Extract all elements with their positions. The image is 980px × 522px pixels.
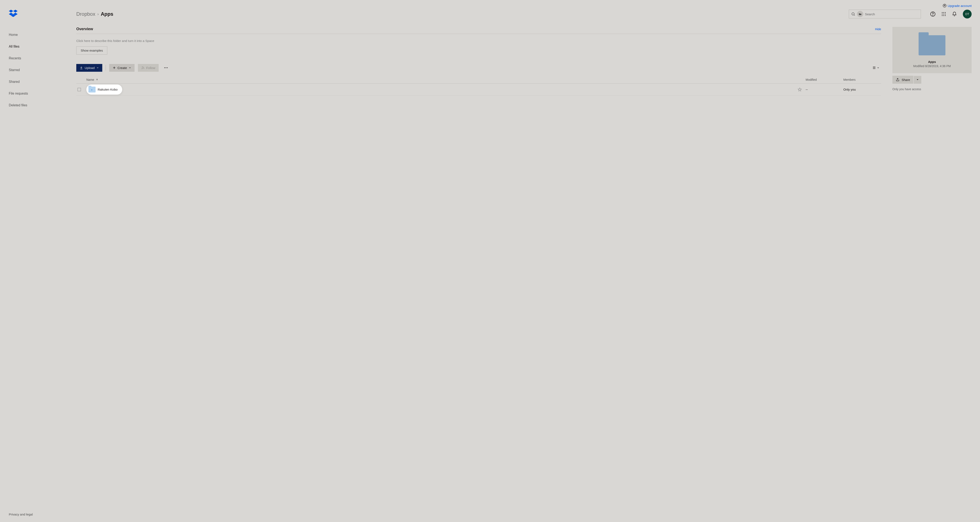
search-bar[interactable]: [849, 10, 921, 18]
follow-label: Follow: [146, 66, 155, 70]
file-table: Name Modified Members ✦: [76, 76, 881, 96]
svg-point-17: [945, 15, 946, 16]
help-button[interactable]: [930, 11, 935, 17]
upgrade-icon: [943, 4, 947, 8]
sidebar-item-home[interactable]: Home: [9, 33, 65, 37]
sort-asc-icon: [96, 78, 98, 81]
svg-point-9: [942, 12, 943, 13]
rss-icon: [141, 66, 145, 69]
overview-hide-link[interactable]: Hide: [875, 27, 881, 31]
view-options-button[interactable]: [870, 64, 881, 71]
share-button[interactable]: Share: [892, 76, 913, 84]
sidebar-item-recents[interactable]: Recents: [9, 56, 65, 60]
sidebar: Home All files Recents Starred Shared Fi…: [0, 0, 65, 522]
search-scope-toggle[interactable]: [857, 11, 863, 17]
share-icon: [896, 78, 899, 81]
upload-button[interactable]: Upload: [76, 64, 102, 72]
avatar[interactable]: DT: [963, 10, 972, 18]
overview-title: Overview: [76, 27, 93, 31]
svg-marker-1: [13, 10, 18, 12]
svg-point-6: [852, 13, 854, 15]
sidebar-item-file-requests[interactable]: File requests: [9, 92, 65, 96]
row-modified: --: [806, 88, 843, 91]
svg-point-15: [942, 15, 943, 16]
folder-preview-card: Apps Modified 8/28/2019, 4:36 PM: [892, 27, 972, 73]
row-name-label: Rakuten Kobo: [98, 88, 118, 91]
column-name-label: Name: [86, 78, 94, 81]
upgrade-label: Upgrade account: [948, 4, 972, 8]
chevron-down-icon: [877, 67, 880, 69]
upload-icon: [80, 66, 83, 69]
column-name[interactable]: Name: [86, 78, 806, 81]
follow-button[interactable]: Follow: [138, 64, 159, 72]
upload-label: Upload: [85, 66, 95, 70]
svg-point-21: [167, 67, 168, 68]
privacy-legal-link[interactable]: Privacy and legal: [9, 512, 65, 522]
puzzle-icon: ✦: [91, 88, 93, 91]
sidebar-item-starred[interactable]: Starred: [9, 68, 65, 72]
svg-point-18: [142, 69, 142, 69]
svg-point-12: [942, 14, 943, 14]
create-button[interactable]: Create: [109, 64, 135, 72]
svg-point-8: [932, 15, 933, 16]
access-text: Only you have access: [892, 88, 972, 91]
svg-point-20: [165, 67, 166, 68]
svg-point-16: [943, 15, 944, 16]
share-label: Share: [902, 78, 910, 81]
preview-title: Apps: [928, 60, 936, 64]
main-content: Upgrade account Dropbox › Apps: [65, 0, 980, 522]
svg-marker-0: [9, 10, 13, 12]
folder-icon: ✦: [88, 86, 95, 93]
svg-point-13: [943, 14, 944, 14]
help-icon: [930, 11, 935, 17]
row-members: Only you: [843, 88, 881, 91]
breadcrumb-current: Apps: [101, 11, 113, 17]
dropbox-logo[interactable]: [9, 9, 65, 18]
search-icon: [851, 12, 855, 16]
svg-point-14: [945, 14, 946, 14]
details-panel: Apps Modified 8/28/2019, 4:36 PM Share O…: [892, 27, 972, 96]
caret-down-icon: [916, 78, 919, 81]
plus-icon: [113, 66, 116, 69]
breadcrumb-root[interactable]: Dropbox: [76, 11, 95, 17]
svg-point-10: [943, 12, 944, 13]
more-actions-button[interactable]: [162, 64, 170, 72]
share-options-button[interactable]: [914, 76, 921, 84]
ellipsis-icon: [164, 65, 168, 70]
show-examples-button[interactable]: Show examples: [76, 46, 107, 54]
star-button[interactable]: [122, 88, 806, 92]
column-members[interactable]: Members: [843, 78, 881, 81]
sidebar-item-shared[interactable]: Shared: [9, 80, 65, 84]
chevron-down-icon: [129, 67, 131, 69]
apps-grid-icon: [942, 12, 946, 16]
list-view-icon: [872, 66, 876, 70]
preview-modified: Modified 8/28/2019, 4:36 PM: [913, 64, 951, 68]
chevron-down-icon: [96, 67, 99, 69]
column-modified[interactable]: Modified: [806, 78, 843, 81]
folder-preview-icon: [919, 35, 945, 55]
upgrade-account-link[interactable]: Upgrade account: [943, 4, 972, 8]
svg-point-19: [164, 67, 165, 68]
sidebar-item-deleted-files[interactable]: Deleted files: [9, 104, 65, 107]
apps-grid-button[interactable]: [942, 12, 946, 16]
chevron-right-icon: ›: [97, 12, 99, 16]
folder-icon: [859, 13, 862, 15]
bell-icon: [952, 11, 957, 17]
svg-point-11: [945, 12, 946, 13]
create-label: Create: [118, 66, 127, 70]
overview-description[interactable]: Click here to describe this folder and t…: [76, 39, 881, 43]
row-name-cell[interactable]: ✦ Rakuten Kobo: [86, 85, 122, 94]
sidebar-item-all-files[interactable]: All files: [9, 45, 65, 48]
breadcrumb: Dropbox › Apps: [76, 11, 845, 17]
table-row[interactable]: ✦ Rakuten Kobo -- Only you: [76, 84, 881, 96]
row-checkbox[interactable]: [78, 88, 81, 91]
star-icon: [798, 88, 802, 92]
search-input[interactable]: [865, 12, 919, 16]
notifications-button[interactable]: [952, 11, 957, 17]
